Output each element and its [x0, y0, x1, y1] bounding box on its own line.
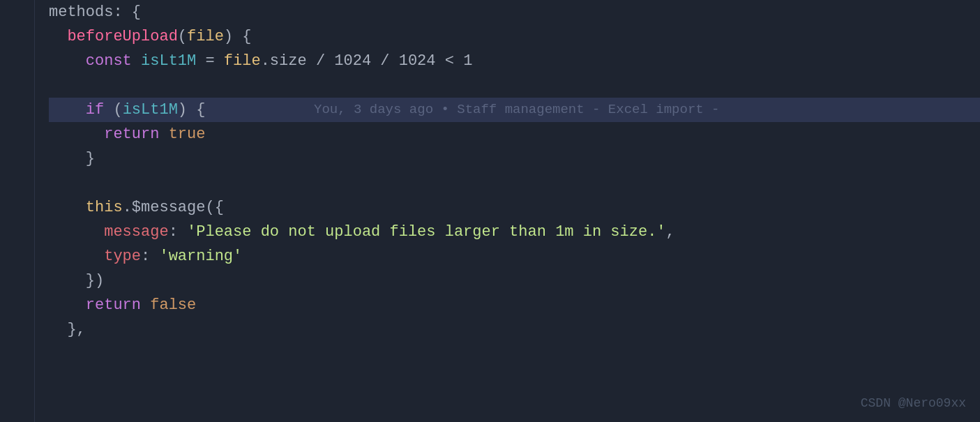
code-token — [49, 195, 86, 220]
code-token: .size — [261, 49, 316, 73]
code-token: beforeUpload — [67, 24, 177, 49]
watermark: CSDN @Nero09xx — [861, 393, 966, 414]
code-line: this.$message({ — [49, 195, 980, 220]
code-token — [49, 220, 104, 244]
code-token: 'warning' — [159, 244, 242, 269]
code-line: const isLt1M = file.size / 1024 / 1024 <… — [49, 49, 980, 73]
code-line: type: 'warning' — [49, 244, 980, 269]
code-token — [49, 49, 86, 73]
code-line — [49, 73, 980, 98]
code-token: = — [205, 49, 223, 73]
code-line: methods: { — [49, 0, 980, 24]
code-token — [49, 98, 86, 122]
code-line: if (isLt1M) {You, 3 days ago • Staff man… — [49, 98, 980, 122]
code-token — [49, 24, 67, 49]
code-token — [49, 317, 67, 342]
code-token: 'Please do not upload files larger than … — [187, 220, 666, 244]
code-token: / 1024 / 1024 < 1 — [316, 49, 472, 73]
code-line: message: 'Please do not upload files lar… — [49, 220, 980, 244]
line-numbers — [0, 0, 35, 422]
code-token — [49, 122, 104, 146]
code-line: }, — [49, 317, 980, 342]
code-token: file — [224, 49, 261, 73]
code-line: return true — [49, 122, 980, 146]
code-token: : — [141, 244, 159, 269]
code-token: }) — [86, 269, 104, 293]
code-token: false — [141, 293, 196, 317]
code-token: , — [666, 220, 675, 244]
code-token — [49, 269, 86, 293]
code-token: .$message({ — [123, 195, 224, 220]
code-token: return — [104, 122, 159, 146]
code-line: }) — [49, 269, 980, 293]
code-token: type — [104, 244, 141, 269]
code-token: file — [187, 24, 224, 49]
code-line: } — [49, 146, 980, 171]
code-token: isLt1M — [123, 98, 178, 122]
code-token: isLt1M — [132, 49, 206, 73]
code-token — [49, 293, 86, 317]
code-token: ( — [104, 98, 122, 122]
code-editor: methods: { beforeUpload(file) { const is… — [0, 0, 980, 422]
code-content: methods: { beforeUpload(file) { const is… — [35, 0, 980, 422]
code-token: true — [159, 122, 205, 146]
code-token: if — [86, 98, 104, 122]
code-token: : — [169, 220, 187, 244]
code-token: this — [86, 195, 123, 220]
code-token: methods: { — [49, 0, 141, 24]
code-line: beforeUpload(file) { — [49, 24, 980, 49]
code-token: ) { — [178, 98, 206, 122]
code-token: } — [86, 146, 95, 171]
code-token: const — [86, 49, 132, 73]
code-token: }, — [67, 317, 85, 342]
code-token: return — [86, 293, 141, 317]
code-token — [49, 146, 86, 171]
git-annotation: You, 3 days ago • Staff management - Exc… — [314, 98, 720, 122]
code-line: return false — [49, 293, 980, 317]
code-token: ) { — [224, 24, 252, 49]
code-token — [49, 244, 104, 269]
code-token: message — [104, 220, 168, 244]
code-line — [49, 171, 980, 195]
code-token: ( — [178, 24, 187, 49]
